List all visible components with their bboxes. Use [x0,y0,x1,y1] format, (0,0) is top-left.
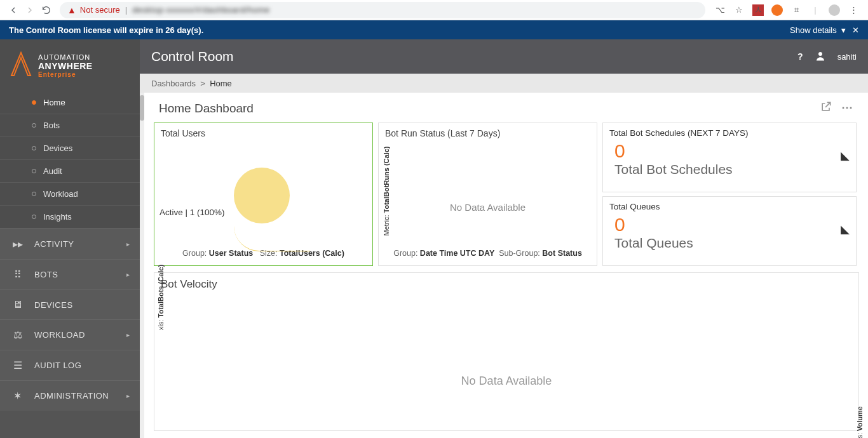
widget-title: Bot Velocity [154,273,858,296]
close-banner-icon[interactable]: ✕ [852,25,859,35]
more-options-icon[interactable]: ⋯ [841,100,854,116]
breadcrumb-root[interactable]: Dashboards [151,79,196,88]
widget-total-queues[interactable]: Total Queues 0 Total Queues ◣ [602,196,857,266]
kpi-value: 0 [609,140,850,162]
workload-icon: ⚖ [10,329,25,341]
logo-mark-icon [9,50,33,81]
main-panel: Control Room ? sahiti Dashboards > Home … [140,39,868,438]
kpi-icon: ◣ [841,222,850,236]
sidebar-item-workload[interactable]: Workload [0,183,140,206]
widget-title: Total Queues [609,201,850,214]
widget-total-users[interactable]: Total Users Active | 1 (100%) Group: Use… [154,123,373,266]
svg-point-0 [818,52,822,56]
bots-icon: ⠿ [10,269,25,281]
widget-title: Total Bot Schedules (NEXT 7 DAYS) [609,127,850,140]
star-icon[interactable]: ☆ [733,4,745,16]
chevron-right-icon: ▸ [126,392,130,399]
back-button[interactable] [5,2,22,18]
sidebar-item-devices[interactable]: Devices [0,137,140,160]
extension-icon[interactable] [771,4,783,16]
address-bar[interactable]: ▲ Not secure | desktop-xxxxxx/#/dashboar… [60,2,705,18]
app-logo: AUTOMATION ANYWHERE Enterprise [0,39,140,91]
url-text: desktop-xxxxxx/#/dashboard/home [132,5,269,15]
app-header: Control Room ? sahiti [140,39,868,74]
key-icon[interactable]: ⌥ [714,4,726,16]
forward-button[interactable] [22,2,38,18]
pie-slice-active [234,168,290,223]
license-banner: The Control Room license will expire in … [0,20,868,39]
sidebar-section-workload[interactable]: ⚖WORKLOAD▸ [0,319,140,350]
sidebar-section-auditlog[interactable]: ☰AUDIT LOG [0,350,140,380]
kpi-label: Total Bot Schedules [609,162,850,177]
extensions-divider: | [810,4,821,16]
widget-title: Bot Run Status (Last 7 Days) [379,123,597,143]
widget-title: Total Users [154,123,372,143]
pie-legend: Active | 1 (100%) [159,208,225,217]
sidebar-section-administration[interactable]: ✶ADMINISTRATION▸ [0,380,140,411]
chevron-right-icon: ▸ [126,241,130,248]
user-icon[interactable] [815,50,826,63]
devices-icon: 🖥 [10,299,25,310]
sidebar-item-bots[interactable]: Bots [0,114,140,137]
open-external-icon[interactable] [820,100,832,116]
sidebar-section-activity[interactable]: ▸▸ACTIVITY▸ [0,229,140,259]
sidebar-section-bots[interactable]: ⠿BOTS▸ [0,259,140,289]
logo-text-3: Enterprise [38,71,93,78]
widget-total-bot-schedules[interactable]: Total Bot Schedules (NEXT 7 DAYS) 0 Tota… [602,123,857,192]
breadcrumb-current: Home [210,79,232,88]
page-title: Control Room [151,49,234,64]
sidebar-dashboards-submenu: Home Bots Devices Audit Workload Insight… [0,91,140,229]
not-secure-label: Not secure [80,5,120,15]
gear-icon: ✶ [10,390,25,402]
sidebar-item-home[interactable]: Home [0,91,140,114]
profile-avatar[interactable] [829,4,840,16]
widget-bot-velocity[interactable]: Bot Velocity xis: TotalBots (Calc) Y2 Ax… [154,272,859,431]
widget-footer: Group: Date Time UTC DAY Sub-Group: Bot … [379,245,597,263]
help-icon[interactable]: ? [797,51,803,62]
sidebar-item-audit[interactable]: Audit [0,160,140,183]
y-axis-label: Metric: TotalBotRuns (Calc) [381,155,391,227]
scrollbar[interactable] [140,93,144,438]
reload-button[interactable] [38,2,55,18]
license-message: The Control Room license will expire in … [9,25,203,35]
kpi-label: Total Queues [609,236,850,251]
no-data-label: No Data Available [379,202,597,213]
breadcrumb: Dashboards > Home [140,74,868,93]
username-label[interactable]: sahiti [837,52,857,62]
kpi-icon: ◣ [841,149,850,163]
browser-toolbar: ▲ Not secure | desktop-xxxxxx/#/dashboar… [0,0,868,20]
auditlog-icon: ☰ [10,359,25,371]
sidebar-item-insights[interactable]: Insights [0,206,140,229]
y-axis-left-label: xis: TotalBots (Calc) [157,265,165,330]
logo-text-1: AUTOMATION [38,53,93,61]
crop-extension-icon[interactable]: ⌗ [790,4,802,16]
warning-icon: ▲ [67,5,76,15]
chevron-right-icon: ▸ [126,271,130,278]
activity-icon: ▸▸ [10,238,25,250]
content-area: Home Dashboard ⋯ Total Users Active | 1 … [140,93,868,438]
sidebar-section-devices[interactable]: 🖥DEVICES [0,289,140,319]
no-data-label: No Data Available [154,375,858,388]
y-axis-right-label: Y2 Axis: Volume [856,406,864,438]
sidebar: AUTOMATION ANYWHERE Enterprise Home Bots… [0,39,140,438]
kpi-value: 0 [609,214,850,236]
dashboard-title: Home Dashboard [159,102,254,116]
widget-bot-run-status[interactable]: Bot Run Status (Last 7 Days) Metric: Tot… [378,123,597,266]
pdf-extension-icon[interactable]: 人 [752,4,764,16]
logo-text-2: ANYWHERE [38,61,93,71]
browser-menu-icon[interactable]: ⋮ [848,4,859,16]
show-details-link[interactable]: Show details ▾ [790,25,846,35]
chevron-right-icon: ▸ [126,331,130,338]
browser-extensions: ⌥ ☆ 人 ⌗ | ⋮ [710,4,863,16]
